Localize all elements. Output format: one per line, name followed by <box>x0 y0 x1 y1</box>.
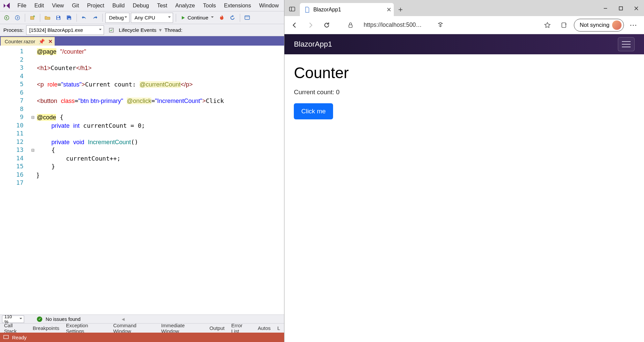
save-all-icon[interactable] <box>64 13 74 22</box>
lifecycle-label: Lifecycle Events <box>119 27 156 33</box>
nav-back-icon[interactable] <box>2 13 11 22</box>
close-tab-icon[interactable]: ✕ <box>48 39 53 45</box>
open-file-icon[interactable] <box>43 13 52 22</box>
menu-tools[interactable]: Tools <box>199 1 220 10</box>
counter-status: Current count: 0 <box>294 89 635 96</box>
close-window-icon[interactable] <box>629 1 644 16</box>
line-gutter: 1 2 3 4 5 6 7 8 9 10 11 12 13 14 15 16 1… <box>0 46 30 315</box>
browser-tab-title: BlazorApp1 <box>313 7 341 13</box>
line-number: 9 <box>0 113 30 122</box>
sync-button[interactable]: Not syncing <box>574 19 624 32</box>
svg-rect-2 <box>31 16 34 19</box>
svg-rect-12 <box>562 23 566 27</box>
line-number: 13 <box>0 146 30 155</box>
line-number: 14 <box>0 155 30 163</box>
read-aloud-icon[interactable] <box>433 18 447 32</box>
process-dropdown[interactable]: [15324] BlazorApp1.exe <box>26 25 104 35</box>
page-heading: Counter <box>294 64 635 82</box>
menu-edit[interactable]: Edit <box>31 1 48 10</box>
line-number: 8 <box>0 105 30 114</box>
collections-icon[interactable] <box>557 18 571 32</box>
svg-rect-5 <box>68 18 70 19</box>
zoom-dropdown[interactable]: 110 % <box>2 316 24 323</box>
line-number: 10 <box>0 122 30 130</box>
click-me-button[interactable]: Click me <box>294 103 333 119</box>
refresh-button[interactable] <box>320 18 333 32</box>
browser-tab[interactable]: BlazorApp1 ✕ <box>300 3 394 16</box>
tab-output[interactable]: Output <box>206 324 228 332</box>
editor-tab-counter[interactable]: Counter.razor 📌 ✕ <box>1 37 55 46</box>
hamburger-button[interactable] <box>618 37 635 51</box>
lifecycle-icon[interactable] <box>107 25 116 35</box>
page-content: BlazorApp1 Counter Current count: 0 Clic… <box>284 34 644 342</box>
platform-dropdown[interactable]: Any CPU <box>131 13 173 23</box>
new-project-icon[interactable] <box>28 13 37 22</box>
menu-analyze[interactable]: Analyze <box>171 1 199 10</box>
menu-extensions[interactable]: Extensions <box>220 1 255 10</box>
svg-rect-6 <box>245 16 250 19</box>
minimize-icon[interactable] <box>598 1 613 16</box>
svg-rect-10 <box>619 7 623 10</box>
svg-rect-9 <box>289 7 295 11</box>
maximize-icon[interactable] <box>613 1 629 16</box>
restart-icon[interactable] <box>228 13 237 22</box>
line-number: 16 <box>0 171 30 179</box>
tab-autos[interactable]: Autos <box>254 324 274 332</box>
tab-actions-icon[interactable] <box>284 2 300 16</box>
menu-project[interactable]: Project <box>83 1 108 10</box>
new-tab-button[interactable]: ＋ <box>394 3 407 16</box>
fold-toggle[interactable]: ⊟ <box>30 113 36 122</box>
menu-test[interactable]: Test <box>153 1 171 10</box>
svg-rect-11 <box>349 25 352 27</box>
menu-debug[interactable]: Debug <box>129 1 153 10</box>
browser-link-icon[interactable] <box>243 13 252 22</box>
play-icon <box>181 15 185 20</box>
app-brand: BlazorApp1 <box>294 40 332 49</box>
config-dropdown[interactable]: Debug <box>105 13 129 23</box>
svg-rect-3 <box>57 16 59 17</box>
address-bar[interactable]: https://localhost:500… <box>360 19 431 32</box>
svg-rect-8 <box>4 335 8 339</box>
undo-icon[interactable] <box>79 13 89 22</box>
continue-button[interactable]: Continue <box>179 13 216 23</box>
status-text: Ready <box>12 335 26 340</box>
line-number: 3 <box>0 64 30 72</box>
code-editor[interactable]: 1 2 3 4 5 6 7 8 9 10 11 12 13 14 15 16 1… <box>0 46 284 315</box>
tab-locals-truncated[interactable]: L <box>274 324 283 332</box>
line-number: 5 <box>0 80 30 89</box>
tab-breakpoints[interactable]: Breakpoints <box>30 324 63 332</box>
site-info-icon[interactable] <box>343 18 358 32</box>
menu-window[interactable]: Window <box>255 1 283 10</box>
line-number: 4 <box>0 72 30 81</box>
nav-fwd-icon[interactable] <box>13 13 22 22</box>
svg-point-1 <box>15 15 20 20</box>
fold-toggle[interactable]: ⊟ <box>30 146 36 155</box>
line-number: 17 <box>0 179 30 187</box>
vs-menubar: File Edit View Git Project Build Debug T… <box>0 0 284 11</box>
vs-tabbar: Counter.razor 📌 ✕ <box>0 36 284 46</box>
close-tab-icon[interactable]: ✕ <box>386 8 390 12</box>
vs-logo-icon <box>2 1 11 10</box>
menu-build[interactable]: Build <box>108 1 129 10</box>
line-number: 12 <box>0 138 30 147</box>
favorites-icon[interactable] <box>540 18 554 32</box>
back-button[interactable] <box>288 18 301 32</box>
app-navbar: BlazorApp1 <box>284 34 644 54</box>
browser-titlebar: BlazorApp1 ✕ ＋ <box>284 0 644 16</box>
code-content[interactable]: @page "/counter" <h1>Counter</h1> <p rol… <box>36 46 284 315</box>
menu-file[interactable]: File <box>13 1 31 10</box>
line-number: 7 <box>0 97 30 105</box>
vs-statusbar: Ready <box>0 333 284 342</box>
browser-window: BlazorApp1 ✕ ＋ <box>284 0 644 342</box>
pin-icon[interactable]: 📌 <box>39 39 45 45</box>
check-icon: ✓ <box>37 317 42 322</box>
redo-icon[interactable] <box>90 13 100 22</box>
menu-view[interactable]: View <box>48 1 68 10</box>
url-text: https://localhost:500… <box>364 21 422 28</box>
hot-reload-icon[interactable] <box>217 13 226 22</box>
menu-git[interactable]: Git <box>68 1 83 10</box>
fold-gutter: ⊟ ⊟ <box>30 46 36 315</box>
more-icon[interactable]: ⋯ <box>627 18 641 32</box>
save-icon[interactable] <box>54 13 63 22</box>
continue-label: Continue <box>187 15 208 21</box>
